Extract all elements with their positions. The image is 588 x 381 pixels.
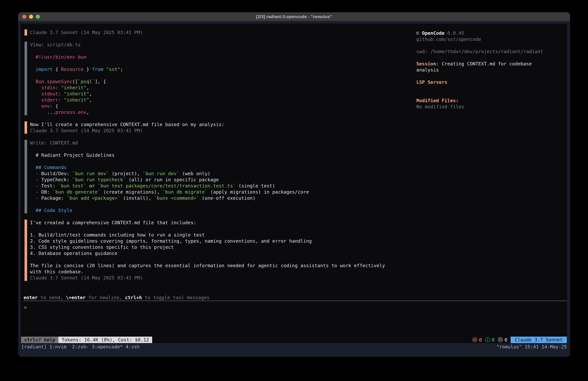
chat-line: The file is concise (20 lines) and captu… xyxy=(30,263,566,269)
window-title: [2/3] radiant:3:opencode - "romulus" xyxy=(256,14,332,19)
titlebar[interactable]: [2/3] radiant:3:opencode - "romulus" xyxy=(18,12,570,21)
text-segment: Claude 3.7 Sonnet (14 May 2025 03:41 PM) xyxy=(30,30,143,35)
text-segment xyxy=(30,103,41,109)
chat-line: ## Commands xyxy=(30,164,566,171)
text-segment: import xyxy=(36,67,53,72)
text-segment: Package: xyxy=(41,195,67,201)
chat-line xyxy=(30,146,566,152)
text-segment: `bun db generate` xyxy=(53,189,101,195)
text-segment: , xyxy=(86,110,89,115)
text-segment: Now I'll create a comprehensive CONTEXT.… xyxy=(30,122,225,127)
text-segment: : Creating CONTEXT.md for codebase xyxy=(436,61,532,67)
opencode-info-panel: © OpenCode 0.0.45github.com/sst/opencode… xyxy=(416,30,566,110)
chat-line: 1. Build/lint/test commands including ho… xyxy=(30,232,566,238)
text-segment: stdout xyxy=(41,91,58,96)
panel-line: analysis xyxy=(416,67,566,73)
tmux-window-1[interactable]: 1:nvim xyxy=(50,344,69,350)
text-segment: ], { xyxy=(95,79,106,84)
text-segment: (install), xyxy=(120,195,154,201)
chat-line: 4. Database operations guidance xyxy=(30,250,566,256)
chat-line: - Build/Dev: `bun run dev` (project), `b… xyxy=(30,171,566,177)
text-segment: - xyxy=(36,195,41,201)
chat-line xyxy=(30,201,566,207)
w-circle-icon: ⓦ xyxy=(472,336,477,343)
i-circle-icon: ⓘ xyxy=(485,336,490,343)
text-segment: , xyxy=(89,97,92,103)
text-segment: : xyxy=(50,103,52,109)
text-segment: `bun test` xyxy=(58,183,86,189)
panel-line: © OpenCode 0.0.45 xyxy=(416,30,566,36)
text-segment: OpenCode xyxy=(422,30,444,36)
zoom-button[interactable] xyxy=(36,15,40,19)
terminal-window: [2/3] radiant:3:opencode - "romulus" Cla… xyxy=(18,12,570,357)
text-segment: `bun run dev` xyxy=(72,171,109,176)
text-segment: "sst" xyxy=(106,67,120,72)
panel-line xyxy=(416,42,566,48)
chat-line: Claude 3.7 Sonnet (14 May 2025 03:41 PM) xyxy=(30,275,566,281)
text-segment: `bun add <package>` xyxy=(67,195,120,201)
text-segment: Bun.spawnSync xyxy=(36,79,72,84)
text-segment: cwd: /home/thdxr/dev/projects/radiant/ra… xyxy=(416,49,543,54)
text-segment: from xyxy=(92,67,103,72)
text-segment: { xyxy=(53,67,61,72)
text-segment: The file is concise (20 lines) and captu… xyxy=(30,263,385,268)
chat-line: Now I'll create a comprehensive CONTEXT.… xyxy=(30,121,566,128)
text-segment: ## Commands xyxy=(36,165,67,170)
status-bar: ctrl+? helpTokens: 16.4K (8%), Cost: $0.… xyxy=(21,336,567,343)
text-segment xyxy=(30,195,36,201)
chat-line: ## Code Style xyxy=(30,207,566,213)
tmux-window-3[interactable]: 3:opencode* xyxy=(89,344,123,350)
text-segment: Session xyxy=(416,61,436,67)
text-segment: (create migrations), xyxy=(101,189,163,195)
text-segment: "inherit" xyxy=(61,85,86,90)
h-circle-icon: ⓗ xyxy=(498,336,503,343)
text-segment: to toggle tool messages xyxy=(142,295,210,300)
close-button[interactable] xyxy=(22,15,26,19)
text-segment: Write: CONTEXT.md xyxy=(30,140,78,146)
text-segment xyxy=(30,79,36,84)
text-segment: LSP Servers xyxy=(416,79,447,85)
text-segment: : xyxy=(58,91,61,96)
tmux-session-info: "romulus" 15:41 14-May-25 xyxy=(497,344,567,357)
text-segment: `bun db migrate` xyxy=(163,189,208,195)
text-segment: (web only) xyxy=(179,171,210,176)
text-segment: 1. Build/lint/test commands including ho… xyxy=(30,232,205,238)
text-segment: Modified Files: xyxy=(416,98,459,103)
tmux-window-2[interactable]: 2:zsh- xyxy=(69,344,89,350)
text-segment: TypeCheck: xyxy=(41,177,72,182)
tmux-status-bar: [radiant] 1:nvim 2:zsh- 3:opencode* 4:zs… xyxy=(18,343,570,357)
text-segment xyxy=(30,165,36,170)
text-segment: github.com/sst/opencode xyxy=(416,37,481,42)
text-segment: DB: xyxy=(41,189,53,195)
text-segment xyxy=(61,97,64,103)
text-segment xyxy=(30,91,41,96)
panel-line xyxy=(416,91,566,97)
panel-line: cwd: /home/thdxr/dev/projects/radiant/ra… xyxy=(416,48,566,55)
text-segment: enter xyxy=(23,295,38,300)
text-segment: Build/Dev: xyxy=(41,171,72,176)
text-segment: \+enter xyxy=(66,295,85,300)
warning-count-value: 0 xyxy=(479,337,482,343)
text-segment: Claude 3.7 Sonnet (14 May 2025 03:41 PM) xyxy=(30,275,143,281)
minimize-button[interactable] xyxy=(29,15,33,19)
tmux-window-4[interactable]: 4:zsh xyxy=(123,344,140,350)
text-segment: View: script/db.ts xyxy=(30,42,81,47)
text-segment: (apply migrations) in packages/core xyxy=(208,189,309,195)
chat-line: 2. Code style guidelines covering import… xyxy=(30,238,566,244)
message-input[interactable]: > xyxy=(23,301,567,336)
info-count: ⓘ0 xyxy=(485,336,495,343)
assistant-message: Now I'll create a comprehensive CONTEXT.… xyxy=(24,121,566,134)
text-segment: stdin xyxy=(41,85,55,90)
text-segment: { xyxy=(53,103,58,109)
chat-line: Write: CONTEXT.md xyxy=(30,140,566,146)
chat-line: with this codebase. xyxy=(30,269,566,275)
text-segment: ; xyxy=(120,67,123,72)
panel-line: Session: Creating CONTEXT.md for codebas… xyxy=(416,61,566,67)
text-segment: (project), xyxy=(109,171,143,176)
text-segment: Claude 3.7 Sonnet (14 May 2025 03:41 PM) xyxy=(30,128,143,133)
assistant-message: I've created a comprehensive CONTEXT.md … xyxy=(24,220,566,281)
text-segment: process.env xyxy=(55,110,86,115)
text-segment: 4. Database operations guidance xyxy=(30,250,117,256)
text-segment: stderr xyxy=(41,97,58,103)
text-segment: 0.0.45 xyxy=(444,30,464,36)
